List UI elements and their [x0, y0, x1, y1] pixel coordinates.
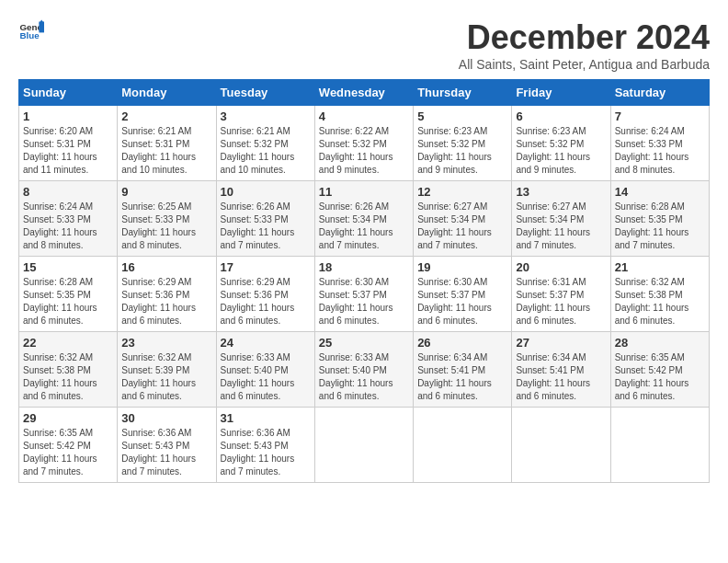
- day-info: Sunrise: 6:21 AM Sunset: 5:32 PM Dayligh…: [221, 125, 311, 177]
- day-number: 26: [417, 336, 507, 350]
- day-number: 25: [319, 336, 409, 350]
- day-number: 24: [221, 336, 311, 350]
- calendar-week-row: 22Sunrise: 6:32 AM Sunset: 5:38 PM Dayli…: [19, 332, 710, 408]
- calendar-day-cell: 18Sunrise: 6:30 AM Sunset: 5:37 PM Dayli…: [314, 257, 413, 332]
- day-number: 17: [221, 260, 311, 274]
- day-info: Sunrise: 6:20 AM Sunset: 5:31 PM Dayligh…: [23, 125, 113, 177]
- calendar-day-cell: 2Sunrise: 6:21 AM Sunset: 5:31 PM Daylig…: [118, 106, 216, 181]
- weekday-header: Wednesday: [314, 80, 413, 106]
- calendar-day-cell: 5Sunrise: 6:23 AM Sunset: 5:32 PM Daylig…: [414, 106, 512, 181]
- day-number: 12: [417, 185, 507, 199]
- day-number: 16: [121, 260, 211, 274]
- day-number: 22: [23, 336, 113, 350]
- calendar-day-cell: 29Sunrise: 6:35 AM Sunset: 5:42 PM Dayli…: [19, 408, 118, 483]
- day-number: 2: [121, 109, 211, 123]
- calendar-day-cell: 23Sunrise: 6:32 AM Sunset: 5:39 PM Dayli…: [118, 332, 216, 408]
- day-number: 31: [221, 411, 311, 425]
- calendar-week-row: 29Sunrise: 6:35 AM Sunset: 5:42 PM Dayli…: [19, 408, 710, 483]
- day-info: Sunrise: 6:33 AM Sunset: 5:40 PM Dayligh…: [319, 351, 409, 403]
- day-number: 30: [121, 411, 211, 425]
- weekday-header: Thursday: [414, 80, 512, 106]
- month-title: December 2024: [459, 18, 710, 57]
- day-info: Sunrise: 6:30 AM Sunset: 5:37 PM Dayligh…: [417, 276, 507, 327]
- calendar-day-cell: 30Sunrise: 6:36 AM Sunset: 5:43 PM Dayli…: [118, 408, 216, 483]
- svg-text:Blue: Blue: [19, 30, 40, 40]
- calendar-week-row: 8Sunrise: 6:24 AM Sunset: 5:33 PM Daylig…: [19, 181, 710, 257]
- calendar-day-cell: 19Sunrise: 6:30 AM Sunset: 5:37 PM Dayli…: [414, 257, 512, 332]
- day-number: 10: [221, 185, 311, 199]
- day-info: Sunrise: 6:29 AM Sunset: 5:36 PM Dayligh…: [121, 276, 211, 327]
- day-info: Sunrise: 6:28 AM Sunset: 5:35 PM Dayligh…: [615, 201, 705, 252]
- calendar-day-cell: 31Sunrise: 6:36 AM Sunset: 5:43 PM Dayli…: [216, 408, 314, 483]
- day-number: 3: [221, 109, 311, 123]
- day-info: Sunrise: 6:32 AM Sunset: 5:39 PM Dayligh…: [121, 351, 211, 403]
- day-info: Sunrise: 6:36 AM Sunset: 5:43 PM Dayligh…: [121, 427, 211, 478]
- day-number: 14: [615, 185, 705, 199]
- day-info: Sunrise: 6:21 AM Sunset: 5:31 PM Dayligh…: [121, 125, 211, 177]
- day-info: Sunrise: 6:33 AM Sunset: 5:40 PM Dayligh…: [221, 351, 311, 403]
- day-number: 7: [615, 109, 705, 123]
- calendar-day-cell: 21Sunrise: 6:32 AM Sunset: 5:38 PM Dayli…: [610, 257, 709, 332]
- location-subtitle: All Saints, Saint Peter, Antigua and Bar…: [459, 57, 710, 72]
- calendar-day-cell: 11Sunrise: 6:26 AM Sunset: 5:34 PM Dayli…: [314, 181, 413, 257]
- day-info: Sunrise: 6:28 AM Sunset: 5:35 PM Dayligh…: [23, 276, 113, 327]
- calendar-day-cell: 25Sunrise: 6:33 AM Sunset: 5:40 PM Dayli…: [314, 332, 413, 408]
- calendar-day-cell: 12Sunrise: 6:27 AM Sunset: 5:34 PM Dayli…: [414, 181, 512, 257]
- day-number: 13: [516, 185, 606, 199]
- calendar-day-cell: [314, 408, 413, 483]
- calendar-day-cell: 24Sunrise: 6:33 AM Sunset: 5:40 PM Dayli…: [216, 332, 314, 408]
- day-number: 27: [516, 336, 606, 350]
- calendar-day-cell: [610, 408, 709, 483]
- day-info: Sunrise: 6:26 AM Sunset: 5:34 PM Dayligh…: [319, 201, 409, 252]
- day-info: Sunrise: 6:34 AM Sunset: 5:41 PM Dayligh…: [516, 351, 606, 403]
- day-info: Sunrise: 6:27 AM Sunset: 5:34 PM Dayligh…: [417, 201, 507, 252]
- calendar-day-cell: 27Sunrise: 6:34 AM Sunset: 5:41 PM Dayli…: [512, 332, 610, 408]
- weekday-header: Sunday: [19, 80, 118, 106]
- day-number: 1: [23, 109, 113, 123]
- logo: General Blue: [18, 18, 44, 44]
- day-number: 21: [615, 260, 705, 274]
- calendar-day-cell: 16Sunrise: 6:29 AM Sunset: 5:36 PM Dayli…: [118, 257, 216, 332]
- calendar-day-cell: 14Sunrise: 6:28 AM Sunset: 5:35 PM Dayli…: [610, 181, 709, 257]
- calendar-day-cell: 4Sunrise: 6:22 AM Sunset: 5:32 PM Daylig…: [314, 106, 413, 181]
- weekday-header: Tuesday: [216, 80, 314, 106]
- day-info: Sunrise: 6:34 AM Sunset: 5:41 PM Dayligh…: [417, 351, 507, 403]
- day-number: 29: [23, 411, 113, 425]
- calendar-day-cell: 8Sunrise: 6:24 AM Sunset: 5:33 PM Daylig…: [19, 181, 118, 257]
- day-info: Sunrise: 6:30 AM Sunset: 5:37 PM Dayligh…: [319, 276, 409, 327]
- calendar-day-cell: 22Sunrise: 6:32 AM Sunset: 5:38 PM Dayli…: [19, 332, 118, 408]
- day-info: Sunrise: 6:24 AM Sunset: 5:33 PM Dayligh…: [615, 125, 705, 177]
- day-number: 18: [319, 260, 409, 274]
- day-number: 5: [417, 109, 507, 123]
- day-info: Sunrise: 6:35 AM Sunset: 5:42 PM Dayligh…: [615, 351, 705, 403]
- day-number: 15: [23, 260, 113, 274]
- day-info: Sunrise: 6:22 AM Sunset: 5:32 PM Dayligh…: [319, 125, 409, 177]
- calendar-day-cell: 15Sunrise: 6:28 AM Sunset: 5:35 PM Dayli…: [19, 257, 118, 332]
- day-number: 20: [516, 260, 606, 274]
- day-info: Sunrise: 6:36 AM Sunset: 5:43 PM Dayligh…: [221, 427, 311, 478]
- day-info: Sunrise: 6:24 AM Sunset: 5:33 PM Dayligh…: [23, 201, 113, 252]
- page-header: General Blue December 2024 All Saints, S…: [18, 18, 710, 72]
- day-number: 28: [615, 336, 705, 350]
- day-info: Sunrise: 6:23 AM Sunset: 5:32 PM Dayligh…: [516, 125, 606, 177]
- calendar-day-cell: 13Sunrise: 6:27 AM Sunset: 5:34 PM Dayli…: [512, 181, 610, 257]
- calendar-day-cell: 20Sunrise: 6:31 AM Sunset: 5:37 PM Dayli…: [512, 257, 610, 332]
- calendar-day-cell: 17Sunrise: 6:29 AM Sunset: 5:36 PM Dayli…: [216, 257, 314, 332]
- calendar-day-cell: 3Sunrise: 6:21 AM Sunset: 5:32 PM Daylig…: [216, 106, 314, 181]
- weekday-header-row: SundayMondayTuesdayWednesdayThursdayFrid…: [19, 80, 710, 106]
- day-info: Sunrise: 6:32 AM Sunset: 5:38 PM Dayligh…: [23, 351, 113, 403]
- calendar-day-cell: [414, 408, 512, 483]
- day-info: Sunrise: 6:32 AM Sunset: 5:38 PM Dayligh…: [615, 276, 705, 327]
- day-info: Sunrise: 6:25 AM Sunset: 5:33 PM Dayligh…: [121, 201, 211, 252]
- calendar-day-cell: 10Sunrise: 6:26 AM Sunset: 5:33 PM Dayli…: [216, 181, 314, 257]
- weekday-header: Saturday: [610, 80, 709, 106]
- weekday-header: Friday: [512, 80, 610, 106]
- calendar-day-cell: 9Sunrise: 6:25 AM Sunset: 5:33 PM Daylig…: [118, 181, 216, 257]
- calendar-day-cell: 6Sunrise: 6:23 AM Sunset: 5:32 PM Daylig…: [512, 106, 610, 181]
- day-number: 11: [319, 185, 409, 199]
- day-number: 6: [516, 109, 606, 123]
- day-number: 9: [121, 185, 211, 199]
- day-info: Sunrise: 6:26 AM Sunset: 5:33 PM Dayligh…: [221, 201, 311, 252]
- calendar-day-cell: 7Sunrise: 6:24 AM Sunset: 5:33 PM Daylig…: [610, 106, 709, 181]
- calendar-day-cell: 1Sunrise: 6:20 AM Sunset: 5:31 PM Daylig…: [19, 106, 118, 181]
